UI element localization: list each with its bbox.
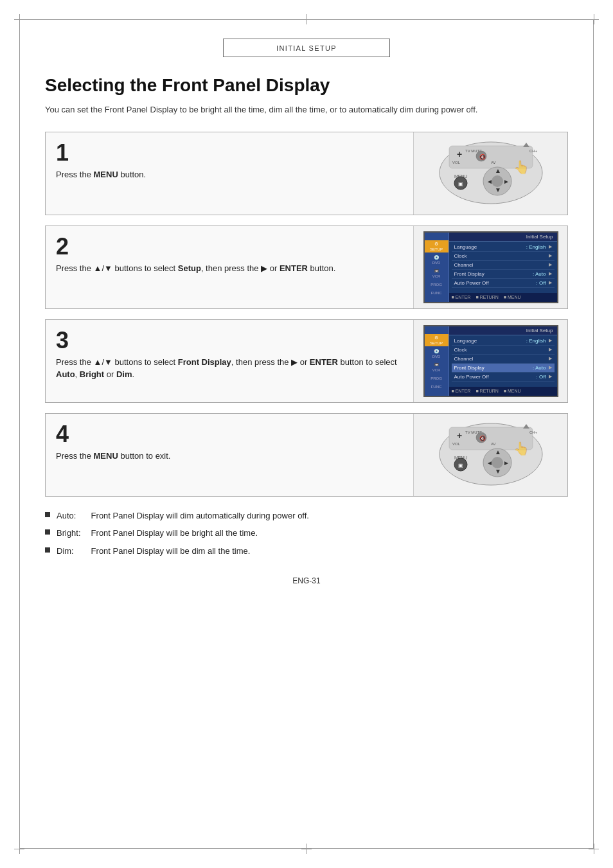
header-label: Initial Setup <box>276 44 337 52</box>
step-4-left: 4 Press the MENU button to exit. <box>46 414 413 496</box>
svg-text:▣: ▣ <box>458 463 463 468</box>
remote-svg-2: + TV MUTE CH+ VOL 🔇 AV MENU ▣ ▲ ▼ ◄ ► 👆 <box>430 421 552 488</box>
crosshair-bm <box>301 844 312 854</box>
sidebar-item-setup: ⚙SETUP <box>425 240 449 252</box>
svg-point-18 <box>492 175 503 187</box>
bullet-icon-bright <box>45 529 50 535</box>
sidebar-item-vcr: 📼VCR <box>425 267 449 279</box>
svg-marker-4 <box>523 143 529 147</box>
svg-text:+: + <box>457 149 462 159</box>
menu-row-auto-power-2: Auto Power Off : Off ▶ <box>452 373 555 382</box>
menu-row-auto-power: Auto Power Off : Off ▶ <box>452 279 555 288</box>
step-1-number: 1 <box>56 141 403 164</box>
bullet-list: Auto: Front Panel Display will dim autom… <box>45 509 568 558</box>
svg-text:▲: ▲ <box>495 448 501 456</box>
svg-text:VOL: VOL <box>452 442 461 446</box>
sidebar-item-dvd: 💿DVD <box>425 254 449 266</box>
menu-row-channel: Channel ▶ <box>452 261 555 270</box>
step-4-number: 4 <box>56 423 403 446</box>
step-1: 1 Press the MENU button. + TV MUTE CH+ <box>45 132 568 215</box>
page-title: Selecting the Front Panel Display <box>45 75 568 96</box>
svg-text:AV: AV <box>491 442 496 446</box>
sidebar-item-func: FUNC <box>425 289 449 296</box>
header-box: Initial Setup <box>223 39 390 57</box>
sidebar-item-prog-2: PROG <box>425 375 449 382</box>
step-2: 2 Press the ▲/▼ buttons to select Setup,… <box>45 226 568 309</box>
svg-text:►: ► <box>503 459 510 466</box>
menu-row-front-display-2: Front Display : Auto ▶ <box>452 364 555 373</box>
bullet-icon-dim <box>45 547 50 553</box>
svg-text:AV: AV <box>491 161 496 164</box>
bullet-bright: Bright: Front Panel Display will be brig… <box>45 527 568 540</box>
svg-text:👆: 👆 <box>513 441 529 456</box>
svg-text:🔇: 🔇 <box>479 435 486 441</box>
menu-screen-1: Initial Setup ⚙SETUP 💿DVD 📼VCR PROG FUNC… <box>423 231 558 303</box>
step-4-image: + TV MUTE CH+ VOL 🔇 AV MENU ▣ ▲ ▼ ◄ ► 👆 <box>413 414 567 496</box>
menu-footer-2: ■ ENTER ■ RETURN ■ MENU <box>449 387 557 396</box>
svg-text:CH+: CH+ <box>529 430 538 434</box>
svg-text:▼: ▼ <box>495 468 501 475</box>
step-4-text: Press the MENU button to exit. <box>56 450 403 463</box>
crosshair-tr <box>589 14 599 24</box>
svg-text:+: + <box>457 430 462 441</box>
menu-row-front-display: Front Display : Auto ▶ <box>452 270 555 279</box>
page-number: ENG-31 <box>45 576 568 585</box>
sidebar-item-dvd-2: 💿DVD <box>425 348 449 360</box>
svg-text:▣: ▣ <box>458 181 463 187</box>
step-4: 4 Press the MENU button to exit. + TV MU… <box>45 413 568 497</box>
bullet-dim-text: Dim: Front Panel Display will be dim all… <box>57 545 250 558</box>
step-3-image: Initial Setup ⚙SETUP 💿DVD 📼VCR PROG FUNC… <box>413 320 567 402</box>
crosshair-br <box>589 844 599 854</box>
sidebar-item-prog: PROG <box>425 281 449 288</box>
step-2-number: 2 <box>56 235 403 258</box>
sidebar-item-func-2: FUNC <box>425 383 449 390</box>
menu-row-language-2: Language : English ▶ <box>452 337 555 346</box>
menu-content-2: Language : English ▶ Clock ▶ Channel ▶ <box>449 335 557 385</box>
sidebar-item-vcr-2: 📼VCR <box>425 361 449 373</box>
menu-content-1: Language : English ▶ Clock ▶ Channel ▶ <box>449 242 557 292</box>
step-3-text: Press the ▲/▼ buttons to select Front Di… <box>56 356 403 381</box>
bullet-icon-auto <box>45 512 50 517</box>
menu-row-clock: Clock ▶ <box>452 252 555 261</box>
step-2-left: 2 Press the ▲/▼ buttons to select Setup,… <box>46 226 413 308</box>
menu-sidebar-1: ⚙SETUP 💿DVD 📼VCR PROG FUNC <box>425 233 449 302</box>
step-3: 3 Press the ▲/▼ buttons to select Front … <box>45 319 568 403</box>
svg-text:►: ► <box>503 178 510 185</box>
step-1-left: 1 Press the MENU button. <box>46 132 413 215</box>
bullet-auto-text: Auto: Front Panel Display will dim autom… <box>57 509 309 522</box>
svg-text:VOL: VOL <box>452 161 461 164</box>
bullet-auto: Auto: Front Panel Display will dim autom… <box>45 509 568 522</box>
menu-screen-2: Initial Setup ⚙SETUP 💿DVD 📼VCR PROG FUNC… <box>423 325 558 397</box>
step-3-left: 3 Press the ▲/▼ buttons to select Front … <box>46 320 413 402</box>
page-border-right <box>593 19 594 849</box>
step-2-text: Press the ▲/▼ buttons to select Setup, t… <box>56 262 403 275</box>
svg-marker-24 <box>523 424 529 429</box>
svg-text:CH+: CH+ <box>529 149 538 153</box>
svg-text:🔇: 🔇 <box>479 154 486 160</box>
page-content: Initial Setup Selecting the Front Panel … <box>45 39 568 585</box>
menu-footer-1: ■ ENTER ■ RETURN ■ MENU <box>449 293 557 302</box>
menu-row-channel-2: Channel ▶ <box>452 355 555 364</box>
svg-text:▼: ▼ <box>495 186 501 193</box>
menu-sidebar-2: ⚙SETUP 💿DVD 📼VCR PROG FUNC <box>425 326 449 396</box>
sidebar-item-setup-2: ⚙SETUP <box>425 334 449 346</box>
intro-text: You can set the Front Panel Display to b… <box>45 103 568 116</box>
svg-point-38 <box>492 457 503 468</box>
step-1-text: Press the MENU button. <box>56 168 403 181</box>
bullet-bright-text: Bright: Front Panel Display will be brig… <box>57 527 258 540</box>
svg-text:👆: 👆 <box>513 159 529 175</box>
step-1-image: + TV MUTE CH+ VOL 🔇 AV MENU ▣ <box>413 132 567 215</box>
crosshair-tl <box>14 14 24 24</box>
crosshair-bl <box>14 844 24 854</box>
menu-row-language: Language : English ▶ <box>452 243 555 252</box>
page-border-left <box>19 19 20 849</box>
step-2-image: Initial Setup ⚙SETUP 💿DVD 📼VCR PROG FUNC… <box>413 226 567 308</box>
crosshair-tm <box>301 14 312 24</box>
remote-svg-1: + TV MUTE CH+ VOL 🔇 AV MENU ▣ <box>430 139 552 207</box>
svg-text:▲: ▲ <box>495 167 501 174</box>
step-3-number: 3 <box>56 329 403 352</box>
menu-row-clock-2: Clock ▶ <box>452 346 555 355</box>
bullet-dim: Dim: Front Panel Display will be dim all… <box>45 545 568 558</box>
